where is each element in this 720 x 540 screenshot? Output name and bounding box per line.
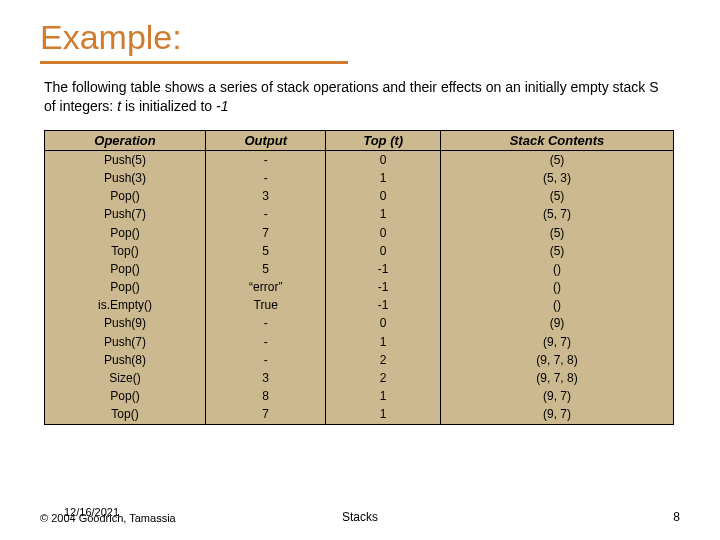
table-row: Push(9)-0(9) [45, 314, 674, 332]
table-cell: Pop() [45, 224, 206, 242]
table-row: Top()71(9, 7) [45, 405, 674, 424]
table-cell: 1 [326, 169, 441, 187]
table-cell: Pop() [45, 387, 206, 405]
table-row: is.Empty()True-1() [45, 296, 674, 314]
table-cell: 3 [206, 187, 326, 205]
table-row: Pop()70(5) [45, 224, 674, 242]
table-cell: () [440, 260, 673, 278]
table-cell: Push(7) [45, 205, 206, 223]
table-cell: 1 [326, 205, 441, 223]
table-row: Pop()5-1() [45, 260, 674, 278]
table-cell: (9, 7, 8) [440, 351, 673, 369]
table-cell: Pop() [45, 260, 206, 278]
table-cell: Pop() [45, 278, 206, 296]
title-underline [40, 61, 348, 64]
table-cell: Push(9) [45, 314, 206, 332]
table-cell: 0 [326, 314, 441, 332]
table-cell: True [206, 296, 326, 314]
table-cell: (9, 7) [440, 387, 673, 405]
table-cell: Top() [45, 405, 206, 424]
table-cell: Push(5) [45, 150, 206, 169]
table-cell: - [206, 150, 326, 169]
table-cell: (5) [440, 224, 673, 242]
col-top: Top (t) [326, 130, 441, 150]
table-cell: (9, 7) [440, 405, 673, 424]
table-cell: - [206, 169, 326, 187]
table-cell: -1 [326, 260, 441, 278]
stack-table: Operation Output Top (t) Stack Contents … [44, 130, 674, 425]
table-header-row: Operation Output Top (t) Stack Contents [45, 130, 674, 150]
table-cell: 0 [326, 150, 441, 169]
table-row: Push(5)-0(5) [45, 150, 674, 169]
table-cell: 7 [206, 405, 326, 424]
table-row: Push(3)-1(5, 3) [45, 169, 674, 187]
table-cell: (9, 7, 8) [440, 369, 673, 387]
table-cell: (5, 3) [440, 169, 673, 187]
table-row: Pop()30(5) [45, 187, 674, 205]
table-cell: 5 [206, 242, 326, 260]
table-cell: (5) [440, 242, 673, 260]
intro-text: The following table shows a series of st… [40, 78, 680, 116]
table-row: Pop()“error”-1() [45, 278, 674, 296]
col-contents: Stack Contents [440, 130, 673, 150]
table-cell: 5 [206, 260, 326, 278]
table-cell: Top() [45, 242, 206, 260]
col-operation: Operation [45, 130, 206, 150]
table-row: Pop()81(9, 7) [45, 387, 674, 405]
table-cell: 1 [326, 405, 441, 424]
table-cell: (5) [440, 150, 673, 169]
table-cell: - [206, 205, 326, 223]
table-row: Push(7)-1(5, 7) [45, 205, 674, 223]
intro-neg1: -1 [216, 98, 228, 114]
table-cell: 7 [206, 224, 326, 242]
footer-page-number: 8 [673, 510, 680, 524]
table-row: Size()32(9, 7, 8) [45, 369, 674, 387]
table-cell: Push(8) [45, 351, 206, 369]
table-cell: 2 [326, 351, 441, 369]
table-cell: 1 [326, 387, 441, 405]
table-row: Top()50(5) [45, 242, 674, 260]
footer-center: Stacks [40, 510, 680, 524]
table-row: Push(8)-2(9, 7, 8) [45, 351, 674, 369]
table-cell: 0 [326, 187, 441, 205]
table-cell: Size() [45, 369, 206, 387]
table-cell: - [206, 314, 326, 332]
table-cell: 3 [206, 369, 326, 387]
table-cell: “error” [206, 278, 326, 296]
table-cell: 1 [326, 333, 441, 351]
table-cell: 0 [326, 242, 441, 260]
table-cell: - [206, 333, 326, 351]
table-cell: (5, 7) [440, 205, 673, 223]
table-cell: (5) [440, 187, 673, 205]
table-cell: (9, 7) [440, 333, 673, 351]
table-cell: (9) [440, 314, 673, 332]
table-cell: Push(7) [45, 333, 206, 351]
table-row: Push(7)-1(9, 7) [45, 333, 674, 351]
table-cell: is.Empty() [45, 296, 206, 314]
table-cell: 0 [326, 224, 441, 242]
slide-title: Example: [40, 18, 680, 57]
table-cell: 8 [206, 387, 326, 405]
table-cell: () [440, 278, 673, 296]
table-cell: -1 [326, 278, 441, 296]
table-cell: 2 [326, 369, 441, 387]
table-cell: Push(3) [45, 169, 206, 187]
table-cell: -1 [326, 296, 441, 314]
table-cell: () [440, 296, 673, 314]
col-output: Output [206, 130, 326, 150]
table-cell: - [206, 351, 326, 369]
intro-part2: is initialized to [121, 98, 216, 114]
table-cell: Pop() [45, 187, 206, 205]
